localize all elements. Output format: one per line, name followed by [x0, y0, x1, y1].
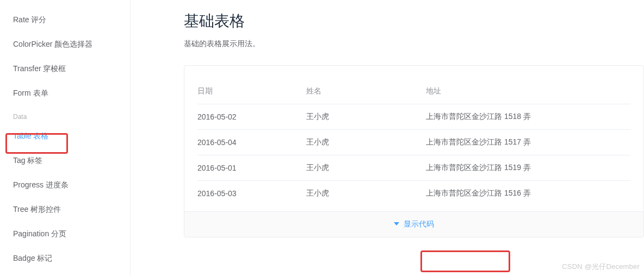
main-content: 基础表格 基础的表格展示用法。 日期 姓名 地址 2016-05-02 [131, 0, 644, 276]
sidebar-item-tag[interactable]: Tag 标签 [13, 148, 125, 173]
sidebar-item-progress[interactable]: Progress 进度条 [13, 173, 125, 197]
cell-address: 上海市普陀区金沙江路 1519 弄 [426, 155, 630, 181]
sidebar-item-table[interactable]: Table 表格 [13, 124, 125, 148]
table-header-address: 地址 [426, 79, 630, 104]
demo-box: 日期 姓名 地址 2016-05-02 王小虎 上海市普陀区金沙江路 1518 … [184, 65, 644, 237]
cell-name: 王小虎 [306, 130, 426, 155]
table-row: 2016-05-03 王小虎 上海市普陀区金沙江路 1516 弄 [197, 181, 630, 206]
sidebar-item-pagination[interactable]: Pagination 分页 [13, 222, 125, 246]
table-row: 2016-05-02 王小虎 上海市普陀区金沙江路 1518 弄 [197, 104, 630, 130]
cell-address: 上海市普陀区金沙江路 1517 弄 [426, 130, 630, 155]
page-title: 基础表格 [184, 11, 644, 32]
sidebar-item-badge[interactable]: Badge 标记 [13, 246, 125, 271]
sidebar-item-tree[interactable]: Tree 树形控件 [13, 197, 125, 222]
table-row: 2016-05-01 王小虎 上海市普陀区金沙江路 1519 弄 [197, 155, 630, 181]
sidebar-item-colorpicker[interactable]: ColorPicker 颜色选择器 [13, 32, 125, 57]
cell-date: 2016-05-04 [197, 130, 306, 155]
table-header-name: 姓名 [306, 79, 426, 104]
sidebar-item-form[interactable]: Form 表单 [13, 81, 125, 105]
sidebar-group-data: Data [13, 105, 125, 124]
cell-date: 2016-05-02 [197, 104, 306, 130]
show-code-label: 显示代码 [404, 219, 434, 228]
basic-table: 日期 姓名 地址 2016-05-02 王小虎 上海市普陀区金沙江路 1518 … [197, 79, 630, 206]
cell-name: 王小虎 [306, 155, 426, 181]
cell-name: 王小虎 [306, 104, 426, 130]
table-header-row: 日期 姓名 地址 [197, 79, 630, 104]
cell-date: 2016-05-01 [197, 155, 306, 181]
cell-address: 上海市普陀区金沙江路 1518 弄 [426, 104, 630, 130]
page-description: 基础的表格展示用法。 [184, 39, 644, 49]
watermark: CSDN @光仔December [562, 262, 640, 272]
cell-date: 2016-05-03 [197, 181, 306, 206]
table-row: 2016-05-04 王小虎 上海市普陀区金沙江路 1517 弄 [197, 130, 630, 155]
sidebar-item-rate[interactable]: Rate 评分 [13, 8, 125, 32]
show-code-button[interactable]: 显示代码 [184, 211, 643, 237]
sidebar-item-transfer[interactable]: Transfer 穿梭框 [13, 57, 125, 81]
cell-address: 上海市普陀区金沙江路 1516 弄 [426, 181, 630, 206]
sidebar: Rate 评分 ColorPicker 颜色选择器 Transfer 穿梭框 F… [0, 0, 131, 276]
caret-down-icon [394, 222, 399, 225]
table-header-date: 日期 [197, 79, 306, 104]
cell-name: 王小虎 [306, 181, 426, 206]
